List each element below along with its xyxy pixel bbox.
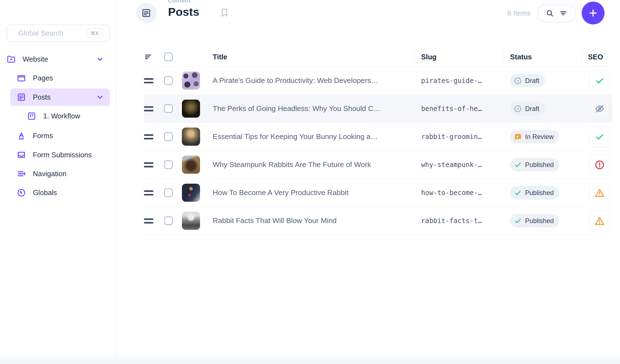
sidebar-item-website[interactable]: Website — [6, 50, 110, 68]
drag-handle[interactable] — [144, 134, 153, 139]
status-badge: In Review — [510, 130, 559, 143]
chevron-down-icon[interactable] — [96, 93, 104, 102]
column-header-status[interactable]: Status — [503, 50, 582, 64]
status-label: In Review — [525, 133, 554, 140]
header-actions: 6 Items — [507, 2, 604, 25]
status-label: Published — [525, 161, 554, 168]
rate-review-icon — [514, 133, 522, 141]
row-checkbox[interactable] — [164, 216, 173, 225]
drag-handle[interactable] — [144, 78, 153, 83]
status-label: Published — [525, 189, 554, 196]
add-item-button[interactable] — [582, 2, 605, 25]
table-row[interactable]: Essential Tips for Keeping Your Bunny Lo… — [144, 123, 612, 151]
post-slug: rabbit-groomin… — [414, 133, 503, 140]
sidebar-item-label: 1. Workflow — [43, 112, 80, 120]
seo-indicator — [589, 98, 610, 119]
sidebar: Directus Global Search ⌘K Website Pages … — [0, 0, 117, 364]
app-root: Directus Global Search ⌘K Website Pages … — [0, 0, 620, 364]
drag-handle[interactable] — [144, 218, 153, 223]
sidebar-item-posts[interactable]: Posts — [10, 89, 110, 106]
kanban-icon — [27, 111, 36, 121]
menu-open-icon — [17, 169, 26, 178]
column-header-slug[interactable]: Slug — [414, 50, 503, 64]
post-thumbnail — [182, 184, 200, 202]
article-icon — [141, 8, 151, 18]
sidebar-item-forms[interactable]: Forms — [10, 127, 110, 145]
post-slug: pirates-guide-… — [414, 77, 503, 84]
status-label: Draft — [525, 77, 539, 84]
plus-icon — [588, 8, 598, 18]
drag-handle[interactable] — [144, 190, 153, 195]
post-thumbnail — [182, 72, 200, 90]
collection-nav: Website Pages Posts 1. Workflow Forms Fo… — [0, 50, 116, 203]
collection-icon-button[interactable] — [136, 3, 157, 23]
keyboard-shortcut-badge: ⌘K — [86, 28, 103, 38]
chevron-down-icon[interactable] — [96, 55, 104, 64]
status-label: Published — [525, 217, 554, 224]
post-title: Why Steampunk Rabbits Are The Future of … — [213, 160, 414, 169]
post-slug: benefits-of-he… — [414, 105, 503, 112]
global-search-placeholder: Global Search — [18, 29, 86, 37]
check-icon — [514, 189, 522, 197]
sidebar-item-globals[interactable]: Globals — [10, 184, 110, 201]
select-all-checkbox[interactable] — [164, 52, 173, 61]
row-checkbox[interactable] — [164, 76, 173, 85]
status-label: Draft — [525, 105, 539, 112]
sidebar-item-1-workflow[interactable]: 1. Workflow — [10, 107, 110, 125]
bookmark-icon[interactable] — [219, 7, 229, 18]
column-header-title[interactable]: Title — [213, 50, 414, 64]
warning-triangle-icon — [594, 216, 605, 226]
items-table: Title Slug Status SEO A Pirate's Guide t… — [144, 47, 612, 235]
check-icon — [594, 75, 605, 86]
sidebar-item-navigation[interactable]: Navigation — [10, 165, 110, 183]
status-badge: Published — [510, 214, 559, 228]
row-checkbox[interactable] — [164, 132, 173, 141]
window-icon — [17, 74, 26, 83]
check-icon — [594, 131, 605, 142]
eye-off-icon — [594, 103, 605, 114]
project-brand[interactable]: Directus — [4, 0, 58, 1]
seo-indicator — [589, 154, 610, 175]
globe-icon — [17, 188, 26, 198]
folder-star-icon — [6, 54, 16, 64]
warning-triangle-icon — [594, 187, 605, 198]
column-header-seo[interactable]: SEO — [582, 50, 612, 64]
table-body: A Pirate's Guide to Productivity: Web De… — [144, 67, 612, 235]
row-checkbox[interactable] — [164, 188, 173, 197]
table-row[interactable]: Rabbit Facts That Will Blow Your Mind ra… — [144, 207, 612, 235]
post-thumbnail — [182, 100, 200, 118]
breadcrumb: Content — [168, 0, 199, 4]
sidebar-item-pages[interactable]: Pages — [10, 70, 110, 87]
search-icon[interactable] — [546, 9, 554, 17]
inbox-icon — [17, 150, 26, 160]
search-filter-pill — [537, 4, 576, 22]
table-row[interactable]: The Perks of Going Headless: Why You Sho… — [144, 95, 612, 123]
status-badge: Published — [510, 158, 559, 171]
table-row[interactable]: A Pirate's Guide to Productivity: Web De… — [144, 67, 612, 95]
drag-handle[interactable] — [144, 162, 153, 167]
edit-circle-icon — [514, 76, 522, 85]
post-slug: why-steampunk-… — [414, 161, 503, 168]
status-badge: Published — [510, 186, 559, 199]
post-thumbnail — [182, 156, 200, 174]
check-icon — [514, 217, 522, 225]
letter-a-underline-icon — [17, 131, 26, 141]
row-checkbox[interactable] — [164, 160, 173, 169]
global-search-input[interactable]: Global Search ⌘K — [6, 24, 110, 42]
drag-handle[interactable] — [144, 106, 153, 111]
directus-logo-icon — [4, 0, 19, 1]
filter-icon[interactable] — [559, 9, 568, 17]
post-title: Rabbit Facts That Will Blow Your Mind — [213, 216, 414, 225]
manual-sort-icon[interactable] — [144, 52, 153, 62]
post-title: Essential Tips for Keeping Your Bunny Lo… — [213, 132, 414, 141]
table-row[interactable]: Why Steampunk Rabbits Are The Future of … — [144, 151, 612, 179]
post-thumbnail — [182, 128, 200, 146]
table-row[interactable]: How To Become A Very Productive Rabbit h… — [144, 179, 612, 207]
post-thumbnail — [182, 212, 200, 230]
row-checkbox[interactable] — [164, 104, 173, 113]
sidebar-item-label: Globals — [33, 189, 57, 197]
status-badge: Draft — [510, 102, 545, 115]
seo-indicator — [589, 126, 610, 147]
sidebar-item-form-submissions[interactable]: Form Submissions — [10, 146, 110, 164]
page-title: Posts — [168, 6, 199, 18]
